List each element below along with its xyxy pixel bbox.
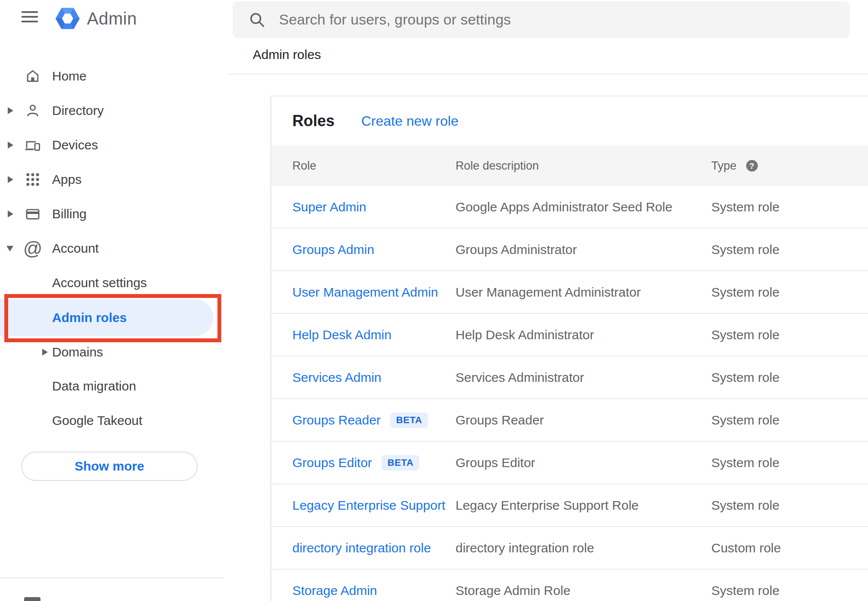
role-type: System role <box>711 370 779 385</box>
table-row: Services AdminServices AdministratorSyst… <box>271 356 868 399</box>
sidebar-item-devices[interactable]: Devices <box>0 127 228 164</box>
roles-panel: Roles Create new role Role Role descript… <box>270 96 868 601</box>
at-sign-icon: @ <box>24 240 41 257</box>
search-bar <box>232 1 850 38</box>
person-icon <box>24 102 41 119</box>
expand-arrow-icon[interactable] <box>8 107 13 114</box>
sidebar-item-account[interactable]: @Account <box>0 230 228 267</box>
expand-arrow-icon[interactable] <box>8 176 13 183</box>
devices-icon <box>24 136 41 154</box>
role-description: Groups Administrator <box>456 242 577 257</box>
role-description: Legacy Enterprise Support Role <box>456 498 639 513</box>
sidebar-item-label: Google Takeout <box>52 413 143 428</box>
sidebar-item-label: Admin roles <box>52 310 127 325</box>
show-more-label: Show more <box>74 459 144 474</box>
sidebar-item-home[interactable]: Home <box>0 58 228 95</box>
sidebar-item-google-takeout[interactable]: Google Takeout <box>0 402 228 439</box>
app-logo: Admin <box>55 5 227 32</box>
role-link[interactable]: Groups EditorBETA <box>292 455 419 471</box>
role-description: Storage Admin Role <box>456 583 570 598</box>
expand-arrow-icon[interactable] <box>8 211 13 217</box>
beta-badge: BETA <box>390 412 428 428</box>
expand-arrow-icon[interactable] <box>8 142 13 149</box>
app-title: Admin <box>87 9 137 28</box>
sidebar-item-label: Devices <box>52 138 98 152</box>
breadcrumb: Admin roles <box>253 47 321 62</box>
role-link-text[interactable]: Groups Reader <box>292 413 381 428</box>
role-type: Custom role <box>711 541 781 555</box>
create-new-role-link[interactable]: Create new role <box>361 113 459 129</box>
sidebar-divider <box>0 577 224 578</box>
sidebar-item-data-migration[interactable]: Data migration <box>0 368 228 405</box>
column-header-description: Role description <box>456 159 539 173</box>
roles-table-body: Super AdminGoogle Apps Administrator See… <box>271 186 868 601</box>
sidebar-item-label: Apps <box>52 172 81 187</box>
sidebar-item-label: Domains <box>52 345 103 359</box>
role-link[interactable]: Help Desk Admin <box>292 328 391 342</box>
role-type: System role <box>711 455 779 470</box>
billing-card-icon <box>24 205 41 223</box>
role-link-text[interactable]: Storage Admin <box>292 583 377 598</box>
table-row: Help Desk AdminHelp Desk AdministratorSy… <box>271 314 868 356</box>
role-link[interactable]: Storage Admin <box>292 583 377 598</box>
sidebar-item-label: Billing <box>52 207 87 221</box>
role-description: directory integration role <box>456 541 594 555</box>
role-description: User Management Administrator <box>456 285 641 300</box>
role-link[interactable]: Groups ReaderBETA <box>292 412 428 428</box>
sidebar-item-label: Data migration <box>52 379 136 393</box>
column-header-role: Role <box>292 159 316 173</box>
beta-badge: BETA <box>381 455 419 471</box>
search-input[interactable] <box>232 1 850 38</box>
table-row: Groups ReaderBETAGroups ReaderSystem rol… <box>271 399 868 442</box>
sidebar-item-domains[interactable]: Domains <box>0 334 228 371</box>
sidebar-item-account-settings[interactable]: Account settings <box>0 264 228 301</box>
role-description: Google Apps Administrator Seed Role <box>456 200 673 214</box>
role-link-text[interactable]: Services Admin <box>292 370 381 385</box>
role-link[interactable]: Services Admin <box>292 370 381 385</box>
role-description: Groups Editor <box>456 455 535 470</box>
role-link-text[interactable]: Legacy Enterprise Support <box>292 498 445 513</box>
menu-hamburger-icon[interactable] <box>22 11 39 25</box>
show-more-button[interactable]: Show more <box>21 452 198 481</box>
role-link-text[interactable]: Super Admin <box>292 200 366 214</box>
sidebar-item-billing[interactable]: Billing <box>0 195 228 232</box>
sidebar-item-label: Account settings <box>52 276 147 290</box>
collapse-arrow-icon[interactable] <box>6 246 13 251</box>
role-link-text[interactable]: Groups Admin <box>292 242 374 257</box>
sidebar-item-apps[interactable]: Apps <box>0 161 228 198</box>
role-type: System role <box>711 583 779 598</box>
role-link[interactable]: Legacy Enterprise Support <box>292 498 445 513</box>
role-link-text[interactable]: Groups Editor <box>292 455 372 470</box>
role-link-text[interactable]: User Management Admin <box>292 285 438 300</box>
home-icon <box>24 68 41 85</box>
role-type: System role <box>711 242 779 257</box>
sidebar-item-label: Home <box>52 69 87 84</box>
role-link-text[interactable]: directory integration role <box>292 541 431 555</box>
table-row: Groups EditorBETAGroups EditorSystem rol… <box>271 442 868 484</box>
role-link[interactable]: Groups Admin <box>292 242 374 257</box>
expand-arrow-icon[interactable] <box>42 349 48 356</box>
table-row: Storage AdminStorage Admin RoleSystem ro… <box>271 570 868 601</box>
type-label: Type <box>711 159 737 173</box>
table-row: Super AdminGoogle Apps Administrator See… <box>271 186 868 229</box>
role-link[interactable]: directory integration role <box>292 541 431 555</box>
sidebar: Admin HomeDirectoryDevicesAppsBilling@Ac… <box>0 0 228 601</box>
role-link[interactable]: Super Admin <box>292 200 366 214</box>
role-link[interactable]: User Management Admin <box>292 285 438 300</box>
role-description: Services Administrator <box>456 370 584 385</box>
sidebar-item-label: Account <box>52 241 99 256</box>
role-type: System role <box>711 328 779 342</box>
role-type: System role <box>711 285 779 300</box>
sidebar-item-admin-roles[interactable]: Admin roles <box>0 299 228 336</box>
sidebar-item-label: Directory <box>52 103 104 118</box>
admin-hexagon-logo-icon <box>55 6 80 31</box>
panel-title: Roles <box>292 112 335 130</box>
sidebar-item-directory[interactable]: Directory <box>0 92 228 129</box>
roles-panel-header: Roles Create new role <box>271 96 868 146</box>
role-type: System role <box>711 200 779 214</box>
role-type: System role <box>711 498 779 513</box>
help-icon[interactable]: ? <box>746 160 758 172</box>
breadcrumb-divider <box>228 74 868 74</box>
role-link-text[interactable]: Help Desk Admin <box>292 328 391 342</box>
table-row: directory integration roledirectory inte… <box>271 527 868 570</box>
